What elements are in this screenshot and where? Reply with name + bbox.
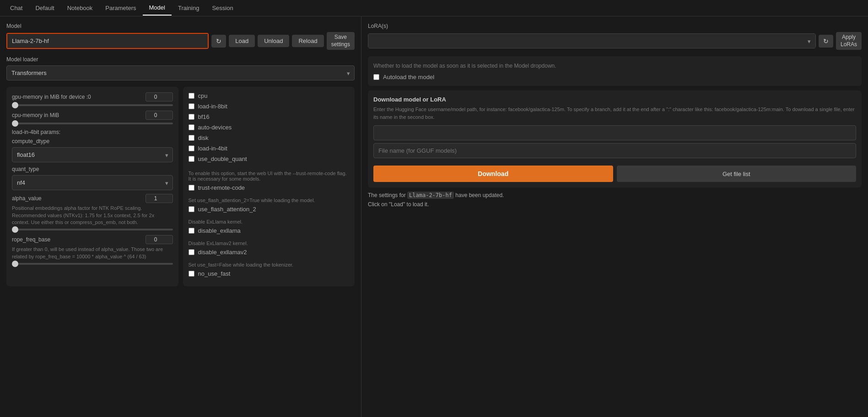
no-use-fast-checkbox-label: no_use_fast	[198, 270, 231, 277]
left-panel: Model Llama-2-7b-hf ↻ Load Unload Reload…	[0, 16, 361, 417]
download-model-input[interactable]	[373, 125, 856, 140]
cpu-memory-slider-track[interactable]	[12, 123, 173, 124]
tab-training[interactable]: Training	[172, 1, 205, 15]
trust-remote-checkbox-label: trust-remote-code	[198, 184, 245, 191]
tab-model[interactable]: Model	[143, 0, 172, 16]
disable-exllama-checkbox[interactable]	[189, 228, 194, 234]
apply-loras-button[interactable]: ApplyLoRAs	[836, 32, 862, 50]
tab-default[interactable]: Default	[29, 1, 60, 15]
lora-select-wrapper	[368, 33, 816, 48]
rope-freq-desc: If greater than 0, will be used instead …	[12, 246, 173, 260]
download-buttons: Download Get file list	[373, 166, 856, 182]
load-4bit-checkbox-row: load-in-4bit	[189, 145, 350, 152]
bf16-checkbox-row: bf16	[189, 113, 350, 120]
lora-refresh-button[interactable]: ↻	[819, 35, 833, 48]
load-4bit-checkbox[interactable]	[189, 145, 194, 151]
cpu-memory-input[interactable]	[146, 111, 173, 120]
unload-button[interactable]: Unload	[258, 35, 289, 47]
right-checkboxes-col: cpu load-in-8bit bf16 auto-devices disk	[183, 87, 355, 286]
flash-attn-checkbox[interactable]	[189, 206, 194, 212]
download-button[interactable]: Download	[373, 166, 613, 182]
flash-attn-checkbox-label: use_flash_attention_2	[198, 206, 256, 213]
left-params-col: gpu-memory in MiB for device :0 cpu-memo…	[6, 87, 178, 286]
trust-remote-checkbox-row: trust-remote-code	[189, 184, 350, 191]
cpu-checkbox-row: cpu	[189, 92, 350, 99]
right-panel: LoRA(s) ↻ ApplyLoRAs Whether to load the…	[361, 16, 868, 417]
model-select[interactable]: Llama-2-7b-hf	[7, 34, 208, 48]
tab-chat[interactable]: Chat	[4, 1, 29, 15]
no-use-fast-checkbox-row: no_use_fast	[189, 270, 350, 277]
disk-checkbox-label: disk	[198, 134, 209, 141]
two-col-params: gpu-memory in MiB for device :0 cpu-memo…	[6, 87, 355, 286]
alpha-slider-thumb	[12, 226, 18, 233]
file-name-input[interactable]	[373, 143, 856, 158]
alpha-value-row: alpha_value	[12, 194, 173, 203]
cpu-memory-slider-thumb	[12, 120, 18, 127]
alpha-value-label: alpha_value	[12, 195, 42, 202]
no-use-fast-checkbox[interactable]	[189, 271, 194, 277]
rope-slider-thumb	[12, 261, 18, 267]
trust-remote-checkbox[interactable]	[189, 185, 194, 191]
trust-remote-hint: To enable this option, start the web UI …	[189, 171, 350, 182]
get-file-list-button[interactable]: Get file list	[617, 166, 857, 182]
compute-dtype-label: compute_dtype	[12, 138, 173, 144]
autoload-checkbox[interactable]	[373, 74, 379, 80]
load-8bit-checkbox[interactable]	[189, 103, 194, 109]
reload-button[interactable]: Reload	[292, 35, 323, 47]
compute-dtype-select[interactable]: float16 bfloat16 float32	[12, 147, 173, 162]
load-button[interactable]: Load	[229, 35, 255, 47]
quant-type-select[interactable]: nf4 fp4	[12, 175, 173, 190]
cpu-memory-label: cpu-memory in MiB	[12, 112, 59, 118]
download-desc: Enter the Hugging Face username/model pa…	[373, 106, 856, 121]
cpu-checkbox[interactable]	[189, 93, 194, 99]
autoload-row: Autoload the model	[373, 74, 856, 80]
alpha-value-input[interactable]	[146, 194, 173, 203]
lora-select[interactable]	[368, 34, 815, 48]
status-text: The settings for Llama-2-7b-hf have been…	[368, 192, 862, 198]
save-settings-button[interactable]: Savesettings	[327, 32, 355, 50]
model-row: Llama-2-7b-hf ↻ Load Unload Reload Saves…	[6, 32, 355, 50]
status-model-name: Llama-2-7b-hf	[407, 192, 454, 199]
disk-checkbox[interactable]	[189, 135, 194, 141]
model-select-wrapper: Llama-2-7b-hf	[6, 33, 209, 49]
model-refresh-button[interactable]: ↻	[211, 35, 226, 48]
auto-devices-checkbox[interactable]	[189, 124, 194, 130]
bf16-checkbox-label: bf16	[198, 113, 210, 120]
rope-freq-group: rope_freq_base If greater than 0, will b…	[12, 235, 173, 265]
gpu-memory-slider-thumb	[12, 102, 18, 108]
gpu-memory-input[interactable]	[146, 92, 173, 102]
disable-exllamav2-checkbox-label: disable_exllamav2	[198, 249, 247, 256]
download-section-title: Download model or LoRA	[373, 96, 856, 103]
lora-section-label: LoRA(s)	[368, 23, 862, 29]
compute-dtype-select-wrapper: float16 bfloat16 float32	[12, 147, 173, 162]
tab-parameters[interactable]: Parameters	[99, 1, 142, 15]
autoload-label: Autoload the model	[383, 74, 434, 80]
alpha-slider-track[interactable]	[12, 229, 173, 230]
compute-dtype-group: compute_dtype float16 bfloat16 float32	[12, 138, 173, 162]
model-loader-select[interactable]: Transformers ExLlama GPTQ llama.cpp	[6, 65, 355, 80]
double-quant-checkbox[interactable]	[189, 156, 194, 162]
lora-row: ↻ ApplyLoRAs	[368, 32, 862, 50]
double-quant-checkbox-label: use_double_quant	[198, 155, 247, 162]
rope-slider-track[interactable]	[12, 263, 173, 265]
rope-freq-input[interactable]	[146, 235, 173, 244]
bf16-checkbox[interactable]	[189, 114, 194, 120]
disable-exllama-checkbox-row: disable_exllama	[189, 227, 350, 234]
load-8bit-checkbox-row: load-in-8bit	[189, 103, 350, 110]
disable-exllamav2-checkbox[interactable]	[189, 249, 194, 255]
tab-session[interactable]: Session	[205, 1, 239, 15]
disable-exllama-checkbox-label: disable_exllama	[198, 227, 241, 234]
tab-notebook[interactable]: Notebook	[61, 1, 99, 15]
alpha-value-group: alpha_value Positional embeddings alpha …	[12, 194, 173, 230]
disk-checkbox-row: disk	[189, 134, 350, 141]
gpu-memory-label: gpu-memory in MiB for device :0	[12, 94, 91, 100]
flash-attn-checkbox-row: use_flash_attention_2	[189, 206, 350, 213]
model-section-label: Model	[6, 23, 355, 29]
autoload-desc: Whether to load the model as soon as it …	[373, 62, 856, 70]
auto-devices-checkbox-label: auto-devices	[198, 124, 232, 131]
gpu-memory-slider-track[interactable]	[12, 104, 173, 106]
load-4bit-checkbox-label: load-in-4bit	[198, 145, 227, 152]
main-container: Model Llama-2-7b-hf ↻ Load Unload Reload…	[0, 16, 868, 417]
autoload-info-box: Whether to load the model as soon as it …	[368, 56, 862, 86]
status-text-part2: have been updated.	[454, 192, 504, 198]
